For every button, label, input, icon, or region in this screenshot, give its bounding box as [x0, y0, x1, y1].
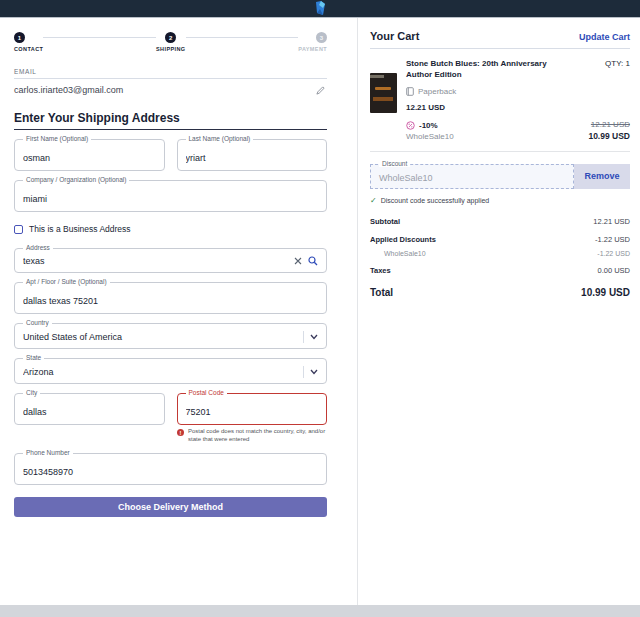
product-discounted-price: 10.99 USD: [558, 131, 630, 141]
top-navbar: [0, 0, 640, 18]
update-cart-link[interactable]: Update Cart: [579, 32, 630, 42]
applied-discounts-value: -1.22 USD: [595, 235, 630, 244]
business-address-row[interactable]: This is a Business Address: [14, 224, 327, 234]
product-original-price: 12.21 USD: [558, 120, 630, 129]
postal-code-error: ! Postal code does not match the country…: [177, 428, 327, 444]
cart-title: Your Cart: [370, 30, 419, 42]
subtotal-value: 12.21 USD: [593, 217, 630, 226]
product-format: Paperback: [418, 87, 456, 96]
phone-label: Phone Number: [23, 450, 73, 457]
remove-discount-button[interactable]: Remove: [574, 164, 630, 189]
brand-logo-icon: [314, 1, 327, 16]
step-contact[interactable]: 1 CONTACT: [14, 32, 43, 52]
last-name-field[interactable]: Last Name (Optional): [177, 139, 328, 171]
product-cover-image: [370, 73, 397, 113]
phone-input[interactable]: [23, 467, 318, 477]
product-discount-row: -10%: [406, 121, 558, 130]
first-name-input[interactable]: [23, 153, 156, 163]
last-name-input[interactable]: [186, 153, 319, 163]
product-qty: QTY: 1: [558, 59, 630, 68]
discount-code-row: Discount WholeSale10 Remove: [370, 164, 630, 189]
step-connector: [186, 37, 299, 38]
step-contact-circle: 1: [14, 32, 25, 43]
discount-success-message: Discount code successfully applied: [381, 197, 490, 204]
company-input[interactable]: [23, 194, 318, 204]
discount-success-row: ✓ Discount code successfully applied: [370, 196, 630, 205]
choose-delivery-method-button[interactable]: Choose Delivery Method: [14, 497, 327, 517]
first-name-field[interactable]: First Name (Optional): [14, 139, 165, 171]
city-label: City: [23, 390, 40, 397]
summary-row-discounts: Applied Discounts -1.22 USD: [370, 235, 630, 244]
address-input[interactable]: [23, 256, 288, 266]
address-field[interactable]: Address: [14, 248, 327, 273]
taxes-value: 0.00 USD: [597, 266, 630, 275]
percent-circle-icon: [406, 121, 415, 130]
postal-code-field[interactable]: Postal Code: [177, 393, 328, 425]
postal-code-input[interactable]: [186, 407, 319, 417]
step-payment-circle: 3: [316, 32, 327, 43]
step-payment-label: PAYMENT: [298, 46, 327, 52]
subtotal-label: Subtotal: [370, 217, 400, 226]
phone-field[interactable]: Phone Number: [14, 453, 327, 485]
step-payment: 3 PAYMENT: [298, 32, 327, 52]
check-icon: ✓: [370, 196, 377, 205]
apt-field[interactable]: Apt / Floor / Suite (Optional): [14, 282, 327, 314]
discount-code-row-label: WholeSale10: [384, 250, 426, 257]
step-connector: [43, 37, 156, 38]
product-price-column: QTY: 1 12.21 USD 10.99 USD: [558, 59, 630, 141]
order-summary: Subtotal 12.21 USD Applied Discounts -1.…: [370, 217, 630, 298]
country-select[interactable]: [23, 332, 297, 342]
email-value: carlos.iriarte03@gmail.com: [14, 85, 123, 95]
select-divider: [303, 366, 304, 378]
book-icon: [406, 87, 414, 96]
state-label: State: [23, 355, 44, 362]
business-address-label: This is a Business Address: [29, 224, 131, 234]
product-discount-pct: -10%: [419, 121, 438, 130]
step-shipping[interactable]: 2 SHIPPING: [156, 32, 185, 52]
email-label: EMAIL: [14, 68, 327, 79]
discount-code-field: Discount WholeSale10: [370, 164, 574, 189]
product-unit-price: 12.21 USD: [406, 103, 558, 112]
email-row: carlos.iriarte03@gmail.com: [14, 79, 327, 95]
discount-code-value: WholeSale10: [379, 173, 565, 183]
checkout-form-panel: 1 CONTACT 2 SHIPPING 3 PAYMENT EMAIL car…: [0, 18, 358, 605]
taxes-label: Taxes: [370, 266, 391, 275]
company-label: Company / Organization (Optional): [23, 177, 129, 184]
summary-row-discount-code: WholeSale10 -1.22 USD: [370, 250, 630, 257]
postal-code-label: Postal Code: [186, 390, 227, 397]
last-name-label: Last Name (Optional): [186, 136, 254, 143]
cart-panel: Your Cart Update Cart Stone Butch Blues:…: [358, 18, 640, 605]
progress-steps: 1 CONTACT 2 SHIPPING 3 PAYMENT: [14, 32, 327, 52]
discount-code-row-value: -1.22 USD: [597, 250, 630, 257]
city-input[interactable]: [23, 407, 156, 417]
first-name-label: First Name (Optional): [23, 136, 91, 143]
business-address-checkbox[interactable]: [14, 225, 23, 234]
state-select[interactable]: [23, 367, 297, 377]
name-fields-row: First Name (Optional) Last Name (Optiona…: [14, 130, 327, 171]
country-field[interactable]: Country: [14, 323, 327, 349]
step-contact-label: CONTACT: [14, 46, 43, 52]
country-chevron-down-icon[interactable]: [310, 334, 318, 340]
clear-address-icon[interactable]: [294, 257, 302, 265]
company-field[interactable]: Company / Organization (Optional): [14, 180, 327, 212]
total-value: 10.99 USD: [581, 287, 630, 298]
address-search-icon[interactable]: [308, 256, 318, 266]
total-label: Total: [370, 287, 393, 298]
summary-row-taxes: Taxes 0.00 USD: [370, 266, 630, 275]
state-chevron-down-icon[interactable]: [310, 369, 318, 375]
product-title: Stone Butch Blues: 20th Anniversary Auth…: [406, 59, 558, 81]
cart-header: Your Cart Update Cart: [370, 30, 630, 49]
address-label: Address: [23, 245, 53, 252]
footer-band: [0, 605, 640, 617]
state-field[interactable]: State: [14, 358, 327, 384]
step-shipping-label: SHIPPING: [156, 46, 185, 52]
country-label: Country: [23, 320, 52, 327]
city-field[interactable]: City: [14, 393, 165, 425]
edit-email-icon[interactable]: [316, 86, 325, 95]
city-postal-row: City Postal Code: [14, 384, 327, 425]
product-format-row: Paperback: [406, 87, 558, 96]
apt-input[interactable]: [23, 296, 318, 306]
discount-field-label: Discount: [379, 161, 410, 168]
checkout-main: 1 CONTACT 2 SHIPPING 3 PAYMENT EMAIL car…: [0, 18, 640, 605]
applied-discounts-label: Applied Discounts: [370, 235, 436, 244]
